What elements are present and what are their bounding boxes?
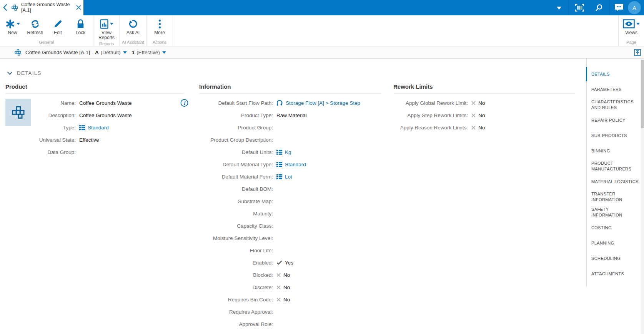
version-label: (Default) bbox=[101, 50, 121, 55]
field-label: Default Material Form: bbox=[199, 174, 273, 180]
toolbar-button-new[interactable]: New bbox=[1, 15, 24, 39]
nav-item-material-logistics[interactable]: MATERIAL LOGISTICS bbox=[587, 174, 641, 189]
field-row-discrete: Discrete:No bbox=[199, 281, 382, 293]
topbar-divider bbox=[609, 0, 610, 15]
breadcrumb-title: Coffee Grounds Waste [A.1] bbox=[25, 50, 90, 55]
field-value-link[interactable]: Standard bbox=[285, 162, 306, 167]
entity-tab[interactable]: Coffee Grounds Waste [A.1] bbox=[0, 0, 83, 15]
field-value: Coffee Grounds Waste bbox=[79, 100, 132, 106]
toolbar-group-reports: View ReportsReports bbox=[93, 15, 120, 46]
popout-icon[interactable] bbox=[634, 49, 641, 56]
nav-item-safety-information[interactable]: SAFETYINFORMATION bbox=[587, 205, 641, 220]
details-section-header[interactable]: DETAILS bbox=[7, 70, 42, 76]
field-value-link[interactable]: Storage Flow [A] > Storage Step bbox=[286, 100, 360, 106]
scrollbar[interactable] bbox=[641, 59, 644, 334]
nav-item-details[interactable]: DETAILS bbox=[587, 66, 641, 82]
back-chevron-icon[interactable] bbox=[3, 4, 7, 11]
field-value: Coffee Grounds Waste bbox=[79, 112, 132, 118]
more-dots-icon bbox=[158, 19, 161, 29]
toolbar-button-more[interactable]: More bbox=[148, 15, 171, 39]
info-icon[interactable]: i bbox=[180, 99, 188, 107]
nav-item-label: CHARACTERISTICS bbox=[591, 99, 641, 105]
section-column-title: Product bbox=[5, 83, 184, 94]
toolbar-button-label: Ask AI bbox=[126, 30, 140, 35]
avatar[interactable]: A bbox=[628, 1, 641, 14]
field-row-type: Type:Standard bbox=[5, 121, 184, 134]
toolbar-button-refresh[interactable]: Refresh bbox=[24, 15, 47, 39]
nav-item-planning[interactable]: PLANNING bbox=[587, 235, 641, 251]
revision-label: (Effective) bbox=[136, 50, 160, 55]
field-value-link[interactable]: Lot bbox=[285, 174, 292, 180]
field-label: Product Type: bbox=[199, 112, 273, 118]
field-label: Default BOM: bbox=[199, 186, 273, 192]
nav-item-label: SUB-PRODUCTS bbox=[591, 133, 641, 139]
field-row-requires-approval: Requires Approval: bbox=[199, 306, 382, 318]
section-column-title: Information bbox=[199, 83, 382, 94]
field-label: Maturity: bbox=[199, 211, 273, 217]
toolbar-button-view-reports[interactable]: View Reports bbox=[95, 15, 118, 40]
field-label: Description: bbox=[5, 112, 76, 118]
nav-item-label: PLANNING bbox=[591, 240, 641, 246]
chat-icon[interactable] bbox=[614, 3, 624, 12]
scrollbar-thumb[interactable] bbox=[641, 60, 644, 128]
field-row-blocked: Blocked:No bbox=[199, 269, 382, 281]
nav-item-sub-products[interactable]: SUB-PRODUCTS bbox=[587, 128, 641, 143]
nav-item-costing[interactable]: COSTING bbox=[587, 220, 641, 235]
field-label: Requires Bin Code: bbox=[199, 297, 273, 303]
nav-item-characteristics-and-rules[interactable]: CHARACTERISTICSAND RULES bbox=[587, 97, 641, 112]
circular-arrow-icon bbox=[128, 19, 138, 29]
nav-item-label: ATTACHMENTS bbox=[591, 271, 641, 277]
toolbar-button-edit[interactable]: Edit bbox=[47, 15, 69, 39]
nav-item-label: MANUFACTURERS bbox=[591, 166, 641, 172]
nav-item-label: COSTING bbox=[591, 225, 641, 231]
nav-item-label: INFORMATION bbox=[591, 212, 641, 218]
caret-down-icon bbox=[110, 23, 113, 25]
field-row-universal-state: Universal State:Effective bbox=[5, 134, 184, 146]
field-value-link[interactable]: Kg bbox=[285, 149, 291, 155]
field-label: Floor Life: bbox=[199, 248, 273, 253]
toolbar-button-label: New bbox=[8, 30, 17, 35]
nav-item-attachments[interactable]: ATTACHMENTS bbox=[587, 266, 641, 281]
field-value-group: Effective bbox=[79, 137, 99, 143]
field-row-moisture-sensitivity-level: Moisture Sensitivity Level: bbox=[199, 232, 382, 244]
views-button[interactable]: Views bbox=[619, 15, 644, 35]
nav-item-label: MATERIAL LOGISTICS bbox=[591, 179, 641, 185]
revision-number: 1 bbox=[132, 50, 135, 55]
close-icon[interactable] bbox=[76, 5, 81, 10]
nav-item-binning[interactable]: BINNING bbox=[587, 143, 641, 159]
check-icon bbox=[276, 260, 282, 265]
toolbar-group-caption: General bbox=[1, 39, 92, 46]
nav-item-product-manufacturers[interactable]: PRODUCTMANUFACTURERS bbox=[587, 159, 641, 174]
search-icon[interactable] bbox=[595, 4, 603, 12]
field-value-link[interactable]: Standard bbox=[88, 125, 109, 131]
revision-dropdown-caret-icon[interactable] bbox=[162, 51, 166, 54]
x-mark-icon bbox=[471, 126, 476, 130]
section-rework: Rework LimitsApply Global Rework Limit:N… bbox=[393, 83, 576, 134]
nav-item-label: INFORMATION bbox=[591, 197, 641, 203]
lock-icon bbox=[76, 19, 85, 29]
x-mark-icon bbox=[276, 298, 281, 302]
field-label: Substrate Map: bbox=[199, 198, 273, 204]
app-window: Coffee Grounds Waste [A.1] A NewRefreshE… bbox=[0, 0, 644, 334]
asterisk-new-icon bbox=[5, 19, 15, 29]
toolbar-ribbon: NewRefreshEditLockGeneralView ReportsRep… bbox=[0, 15, 644, 46]
field-value-group: No bbox=[276, 272, 290, 278]
nav-item-parameters[interactable]: PARAMETERS bbox=[587, 82, 641, 97]
toolbar-button-label: More bbox=[154, 30, 165, 35]
toolbar-button-lock[interactable]: Lock bbox=[69, 15, 92, 39]
field-value: No bbox=[283, 284, 290, 290]
product-icon bbox=[14, 49, 22, 56]
version-dropdown-caret-icon[interactable] bbox=[123, 51, 127, 54]
chevron-down-icon[interactable] bbox=[557, 7, 561, 10]
list-icon bbox=[79, 125, 85, 130]
nav-item-repair-policy[interactable]: REPAIR POLICY bbox=[587, 112, 641, 128]
nav-item-transfer-information[interactable]: TRANSFERINFORMATION bbox=[587, 189, 641, 205]
field-value-group: No bbox=[276, 297, 290, 303]
nav-item-label: AND RULES bbox=[591, 105, 641, 111]
toolbar-button-ask-ai[interactable]: Ask AI bbox=[121, 15, 145, 39]
nav-item-scheduling[interactable]: SCHEDULING bbox=[587, 251, 641, 266]
barcode-icon[interactable] bbox=[575, 4, 584, 12]
field-value: No bbox=[478, 100, 485, 106]
field-value-group: Standard bbox=[79, 125, 109, 131]
field-label: Apply Step Rework Limits: bbox=[393, 112, 468, 118]
